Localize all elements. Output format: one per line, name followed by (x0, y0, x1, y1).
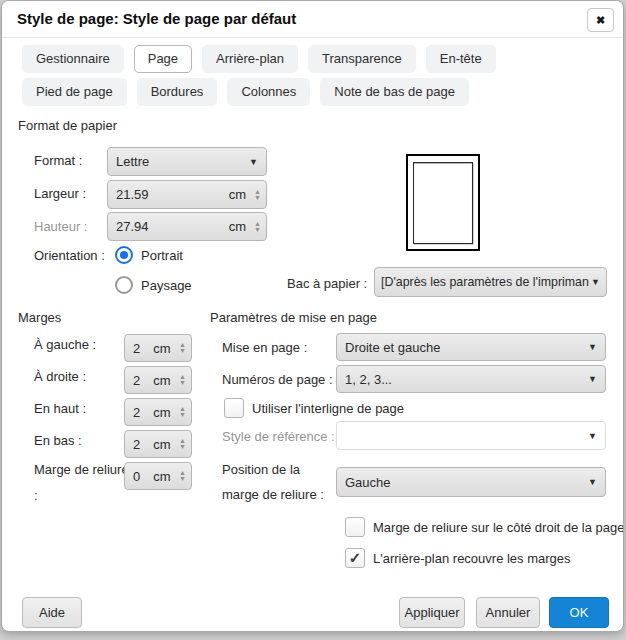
width-value: 21.59 (116, 187, 149, 202)
height-value: 27.94 (116, 219, 149, 234)
tab-colonnes[interactable]: Colonnes (227, 78, 310, 106)
apply-button[interactable]: Appliquer (399, 597, 465, 628)
gutter-position-label-line2: marge de reliure : (222, 487, 324, 502)
margin-bottom-value: 2 (133, 437, 140, 452)
spin-down-icon[interactable]: ▼ (179, 476, 186, 482)
margin-bottom-label: En bas : (34, 433, 82, 448)
margin-top-value: 2 (133, 405, 140, 420)
background-covers-checkbox[interactable]: ✓ (345, 548, 365, 568)
gutter-right-checkbox[interactable] (345, 517, 365, 537)
tab-strip: Gestionnaire Page Arrière-plan Transpare… (22, 45, 608, 106)
page-layout-label: Mise en page : (222, 340, 307, 355)
margin-right-unit: cm (153, 373, 170, 388)
help-button-label: Aide (39, 605, 65, 620)
background-covers-label[interactable]: L'arrière-plan recouvre les marges (373, 551, 571, 566)
reference-style-label: Style de référence : (222, 429, 335, 444)
paper-tray-value: [D'après les paramètres de l'imprimante] (381, 275, 589, 289)
tab-transparence[interactable]: Transparence (308, 45, 416, 73)
page-style-dialog: Style de page: Style de page par défaut … (1, 0, 624, 632)
paper-preview-page (413, 162, 473, 244)
portrait-radio[interactable] (115, 246, 133, 264)
gutter-right-label[interactable]: Marge de reliure sur le côté droit de la… (373, 520, 624, 535)
reference-style-select[interactable]: ▼ (336, 421, 606, 450)
register-true-label[interactable]: Utiliser l'interligne de page (252, 401, 404, 416)
close-button[interactable]: ✖ (587, 8, 614, 32)
margin-top-spinner[interactable]: 2 cm ▲ ▼ (124, 398, 192, 426)
gutter-margin-value: 0 (133, 469, 140, 484)
close-icon: ✖ (596, 14, 605, 27)
margin-bottom-unit: cm (153, 437, 170, 452)
tab-page[interactable]: Page (134, 45, 192, 73)
width-unit: cm (229, 187, 246, 202)
paper-tray-select[interactable]: [D'après les paramètres de l'imprimante]… (374, 267, 607, 297)
spin-down-icon[interactable]: ▼ (179, 348, 186, 354)
width-spinner[interactable]: 21.59 cm ▲ ▼ (107, 180, 267, 209)
spin-down-icon[interactable]: ▼ (179, 412, 186, 418)
spin-down-icon[interactable]: ▼ (179, 444, 186, 450)
spin-down-icon[interactable]: ▼ (254, 227, 261, 233)
chevron-down-icon: ▼ (588, 477, 597, 487)
ok-button-label: OK (570, 605, 589, 620)
dialog-title: Style de page: Style de page par défaut (17, 10, 296, 27)
margin-top-spin-buttons[interactable]: ▲ ▼ (179, 406, 186, 418)
tab-en-tete[interactable]: En-tête (426, 45, 496, 73)
tab-gestionnaire[interactable]: Gestionnaire (22, 45, 124, 73)
margin-right-spin-buttons[interactable]: ▲ ▼ (179, 374, 186, 386)
page-layout-value: Droite et gauche (345, 340, 440, 355)
margin-left-value: 2 (133, 341, 140, 356)
margin-top-unit: cm (153, 405, 170, 420)
chevron-down-icon: ▼ (591, 277, 600, 287)
margin-right-spinner[interactable]: 2 cm ▲ ▼ (124, 366, 192, 394)
format-label: Format : (34, 153, 82, 168)
tab-arriere-plan[interactable]: Arrière-plan (202, 45, 298, 73)
spin-down-icon[interactable]: ▼ (254, 195, 261, 201)
margin-right-label: À droite : (34, 369, 86, 384)
gutter-margin-spin-buttons[interactable]: ▲ ▼ (179, 470, 186, 482)
gutter-margin-spinner[interactable]: 0 cm ▲ ▼ (124, 462, 192, 490)
margin-bottom-spinner[interactable]: 2 cm ▲ ▼ (124, 430, 192, 458)
checkmark-icon: ✓ (349, 549, 362, 567)
ok-button[interactable]: OK (549, 597, 609, 628)
chevron-down-icon: ▼ (588, 342, 597, 352)
height-unit: cm (229, 219, 246, 234)
margin-left-label: À gauche : (34, 337, 96, 352)
height-spin-buttons[interactable]: ▲ ▼ (254, 221, 261, 233)
register-true-checkbox[interactable] (224, 398, 244, 418)
dialog-header: Style de page: Style de page par défaut … (2, 1, 623, 38)
page-numbers-select[interactable]: 1, 2, 3... ▼ (336, 365, 606, 393)
chevron-down-icon: ▼ (588, 374, 597, 384)
page-numbers-value: 1, 2, 3... (345, 372, 392, 387)
chevron-down-icon: ▼ (588, 431, 597, 441)
margin-right-value: 2 (133, 373, 140, 388)
cancel-button[interactable]: Annuler (476, 597, 540, 628)
paper-preview (406, 154, 480, 251)
help-button[interactable]: Aide (22, 597, 82, 628)
height-label: Hauteur : (34, 219, 87, 234)
page-layout-select[interactable]: Droite et gauche ▼ (336, 333, 606, 361)
paper-tray-label: Bac à papier : (287, 276, 367, 291)
margins-heading: Marges (18, 310, 61, 325)
gutter-position-label-line1: Position de la (222, 462, 300, 477)
margin-left-spinner[interactable]: 2 cm ▲ ▼ (124, 334, 192, 362)
tab-pied-de-page[interactable]: Pied de page (22, 78, 127, 106)
tab-bordures[interactable]: Bordures (137, 78, 218, 106)
margin-left-unit: cm (153, 341, 170, 356)
tab-note-de-bas-de-page[interactable]: Note de bas de page (320, 78, 469, 106)
gutter-margin-label: Marge de reliure (34, 462, 129, 477)
orientation-label: Orientation : (34, 248, 105, 263)
gutter-position-value: Gauche (345, 475, 391, 490)
format-value: Lettre (116, 154, 149, 169)
landscape-label[interactable]: Paysage (141, 278, 192, 293)
spin-down-icon[interactable]: ▼ (179, 380, 186, 386)
margin-left-spin-buttons[interactable]: ▲ ▼ (179, 342, 186, 354)
gutter-position-select[interactable]: Gauche ▼ (336, 467, 606, 497)
height-spinner[interactable]: 27.94 cm ▲ ▼ (107, 212, 267, 241)
portrait-label[interactable]: Portrait (141, 248, 183, 263)
landscape-radio[interactable] (115, 276, 133, 294)
margin-bottom-spin-buttons[interactable]: ▲ ▼ (179, 438, 186, 450)
cancel-button-label: Annuler (486, 605, 531, 620)
width-spin-buttons[interactable]: ▲ ▼ (254, 189, 261, 201)
format-select[interactable]: Lettre ▼ (107, 147, 267, 176)
apply-button-label: Appliquer (405, 605, 460, 620)
gutter-margin-unit: cm (153, 469, 170, 484)
